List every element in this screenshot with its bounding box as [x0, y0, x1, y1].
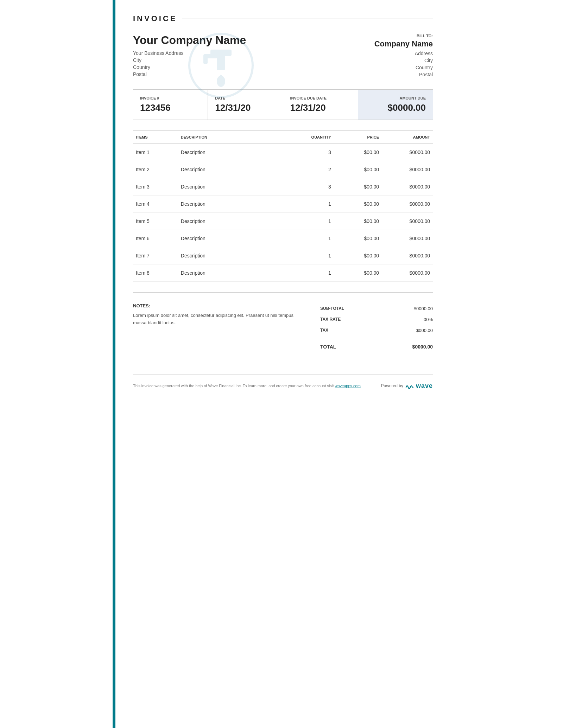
footer-note: This invoice was generated with the help…: [133, 384, 361, 388]
title-divider: [182, 19, 433, 19]
subtotal-value: $0000.00: [414, 306, 433, 311]
item-description: Description: [178, 144, 298, 161]
table-row: Item 2 Description 2 $00.00 $0000.00: [133, 161, 433, 178]
bill-to-city: City: [374, 58, 433, 63]
tax-rate-label: TAX RATE: [320, 317, 341, 322]
item-name: Item 5: [133, 213, 178, 230]
invoice-page: INVOICE Your Company Name Your Business …: [113, 0, 450, 728]
invoice-amount-due-label: AMOUNT DUE: [365, 96, 426, 100]
invoice-date-value: 12/31/20: [215, 102, 276, 113]
item-price: $00.00: [334, 161, 382, 178]
footer-section: NOTES: Lorem ipsum dolor sit amet, conse…: [133, 292, 433, 353]
bill-to-postal: Postal: [374, 72, 433, 77]
invoice-amount-due-value: $0000.00: [365, 102, 426, 113]
item-price: $00.00: [334, 144, 382, 161]
item-description: Description: [178, 264, 298, 282]
item-name: Item 7: [133, 247, 178, 264]
svg-rect-2: [217, 56, 225, 70]
item-price: $00.00: [334, 178, 382, 196]
item-amount: $0000.00: [382, 230, 433, 247]
item-description: Description: [178, 161, 298, 178]
footer-link[interactable]: waveapps.com: [335, 384, 361, 388]
invoice-details: INVOICE # 123456 DATE 12/31/20 INVOICE D…: [133, 89, 433, 120]
notes-label: NOTES:: [133, 303, 306, 308]
total-label: TOTAL: [320, 344, 336, 350]
col-header-quantity: QUANTITY: [298, 131, 334, 144]
invoice-title-row: INVOICE: [133, 14, 433, 23]
tax-label: TAX: [320, 328, 328, 333]
table-row: Item 7 Description 1 $00.00 $0000.00: [133, 247, 433, 264]
tax-row: TAX $000.00: [320, 325, 433, 336]
item-description: Description: [178, 247, 298, 264]
item-name: Item 8: [133, 264, 178, 282]
col-header-amount: AMOUNT: [382, 131, 433, 144]
item-amount: $0000.00: [382, 213, 433, 230]
table-row: Item 6 Description 1 $00.00 $0000.00: [133, 230, 433, 247]
col-header-price: PRICE: [334, 131, 382, 144]
totals-section: SUB-TOTAL $0000.00 TAX RATE 00% TAX $000…: [320, 303, 433, 353]
item-description: Description: [178, 196, 298, 213]
tax-rate-row: TAX RATE 00%: [320, 314, 433, 325]
item-name: Item 6: [133, 230, 178, 247]
page-footer: This invoice was generated with the help…: [133, 374, 433, 394]
tax-value: $000.00: [416, 328, 433, 333]
totals-divider: [320, 338, 433, 338]
accent-bar: [113, 0, 115, 728]
item-amount: $0000.00: [382, 144, 433, 161]
item-amount: $0000.00: [382, 196, 433, 213]
bill-to-country: Country: [374, 65, 433, 70]
item-price: $00.00: [334, 247, 382, 264]
invoice-due-date-label: INVOICE DUE DATE: [290, 96, 351, 100]
wave-logo-icon: [405, 382, 414, 390]
notes-text: Lorem ipsum dolor sit amet, consectetur …: [133, 312, 306, 327]
powered-by: Powered by wave: [381, 382, 433, 390]
bill-to-label: BILL TO:: [374, 34, 433, 38]
tax-rate-value: 00%: [424, 317, 433, 322]
wave-brand-name: wave: [416, 382, 433, 390]
items-table: ITEMS DESCRIPTION QUANTITY PRICE AMOUNT …: [133, 130, 433, 282]
col-header-description: DESCRIPTION: [178, 131, 298, 144]
powered-by-text: Powered by: [381, 383, 403, 388]
subtotal-label: SUB-TOTAL: [320, 306, 344, 311]
table-row: Item 3 Description 3 $00.00 $0000.00: [133, 178, 433, 196]
item-name: Item 4: [133, 196, 178, 213]
notes-section: NOTES: Lorem ipsum dolor sit amet, conse…: [133, 303, 306, 353]
subtotal-row: SUB-TOTAL $0000.00: [320, 303, 433, 314]
invoice-due-date-cell: INVOICE DUE DATE 12/31/20: [283, 90, 358, 120]
item-quantity: 2: [298, 161, 334, 178]
item-amount: $0000.00: [382, 161, 433, 178]
item-amount: $0000.00: [382, 247, 433, 264]
item-price: $00.00: [334, 213, 382, 230]
item-name: Item 2: [133, 161, 178, 178]
item-quantity: 3: [298, 144, 334, 161]
invoice-amount-due-cell: AMOUNT DUE $0000.00: [358, 90, 433, 120]
table-row: Item 4 Description 1 $00.00 $0000.00: [133, 196, 433, 213]
total-row: TOTAL $0000.00: [320, 340, 433, 353]
item-price: $00.00: [334, 230, 382, 247]
total-value: $0000.00: [412, 344, 433, 350]
svg-rect-4: [203, 54, 208, 64]
table-header-row: ITEMS DESCRIPTION QUANTITY PRICE AMOUNT: [133, 131, 433, 144]
item-amount: $0000.00: [382, 264, 433, 282]
invoice-due-date-value: 12/31/20: [290, 102, 351, 113]
item-description: Description: [178, 178, 298, 196]
item-name: Item 3: [133, 178, 178, 196]
table-row: Item 5 Description 1 $00.00 $0000.00: [133, 213, 433, 230]
table-row: Item 1 Description 3 $00.00 $0000.00: [133, 144, 433, 161]
item-price: $00.00: [334, 264, 382, 282]
footer-note-text: This invoice was generated with the help…: [133, 384, 334, 388]
bill-to-section: BILL TO: Company Name Address City Count…: [374, 34, 433, 79]
invoice-title: INVOICE: [133, 14, 177, 23]
item-quantity: 1: [298, 230, 334, 247]
item-amount: $0000.00: [382, 178, 433, 196]
table-row: Item 8 Description 1 $00.00 $0000.00: [133, 264, 433, 282]
watermark-logo: [186, 30, 256, 101]
item-quantity: 1: [298, 196, 334, 213]
col-header-items: ITEMS: [133, 131, 178, 144]
item-description: Description: [178, 213, 298, 230]
invoice-number-value: 123456: [140, 102, 201, 113]
item-quantity: 1: [298, 264, 334, 282]
item-description: Description: [178, 230, 298, 247]
item-price: $00.00: [334, 196, 382, 213]
item-name: Item 1: [133, 144, 178, 161]
